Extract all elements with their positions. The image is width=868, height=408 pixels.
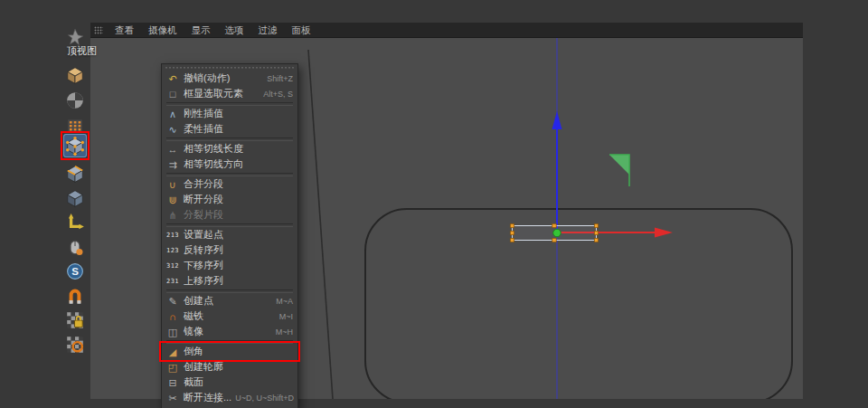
menu-grip-icon[interactable] — [94, 26, 103, 34]
model-mode-button[interactable] — [63, 63, 87, 87]
workplane-grid-button[interactable] — [63, 333, 87, 356]
menu-item-shortcut: M~A — [272, 297, 293, 306]
snap-toggle-button[interactable]: S — [63, 260, 87, 283]
join-segment-icon: ∪ — [165, 178, 180, 191]
menu-item-label: 创建轮廓 — [184, 360, 223, 374]
create-outline-icon: ◰ — [165, 361, 180, 374]
menu-separator — [166, 340, 293, 344]
menu-item-shortcut: U~D, U~Shift+D — [231, 394, 294, 403]
svg-text:S: S — [71, 266, 79, 277]
context-menu-item-create-outline[interactable]: ◰创建轮廓 — [162, 359, 297, 375]
hard-interpolation-icon: ∧ — [165, 108, 180, 120]
points-mode-icon — [65, 136, 85, 156]
make-editable-button[interactable] — [63, 25, 87, 49]
move-down-sequence-icon: 312 — [165, 260, 180, 272]
workplane-grid-icon — [65, 335, 85, 355]
context-menu-item-hard-interpolation[interactable]: ∧刚性插值 — [162, 106, 297, 121]
magnet-tool-button[interactable] — [63, 284, 87, 308]
equal-tangent-length-icon: ↔ — [165, 143, 180, 156]
menu-item-label: 分裂片段 — [184, 208, 223, 222]
context-menu-item-cross-section[interactable]: ⊟截面 — [162, 375, 297, 390]
snap-cursor-button[interactable] — [63, 235, 87, 259]
menu-item-label: 刚性插值 — [184, 107, 223, 120]
soft-interpolation-icon: ∿ — [165, 123, 180, 136]
make-editable-icon — [65, 27, 85, 47]
context-menu-item-move-up-sequence[interactable]: 231上移序列 — [162, 273, 297, 289]
cross-section-icon: ⊟ — [165, 376, 180, 389]
menu-item-shortcut: Alt+S, S — [259, 90, 293, 99]
menu-item-options[interactable]: 选项 — [218, 23, 251, 37]
menu-separator — [166, 223, 293, 227]
menu-item-label: 截面 — [184, 375, 203, 389]
context-menu-item-join-segment[interactable]: ∪合并分段 — [162, 176, 297, 192]
menu-item-label: 创建点 — [184, 294, 213, 308]
context-menu-item-reverse-sequence[interactable]: 123反转序列 — [162, 242, 297, 258]
menu-item-label: 设置起点 — [184, 228, 223, 242]
context-menu-item-break-segment[interactable]: ⋓断开分段 — [162, 192, 297, 207]
menu-item-label: 相等切线长度 — [184, 142, 243, 156]
context-menu: ↶撤销(动作)Shift+Z□框显选取元素Alt+S, S∧刚性插值∿柔性插值↔… — [161, 63, 298, 408]
reverse-sequence-icon: 123 — [165, 244, 180, 257]
context-menu-item-equal-tangent-direction[interactable]: ⇉相等切线方向 — [162, 157, 297, 172]
context-menu-item-create-point[interactable]: ✎创建点M~A — [162, 293, 297, 308]
menu-item-label: 镜像 — [184, 325, 203, 338]
enable-axis-icon — [65, 213, 85, 232]
polygons-mode-button[interactable] — [63, 186, 87, 210]
context-menu-item-mirror[interactable]: ◫镜像M~H — [162, 324, 297, 339]
context-menu-item-bevel[interactable]: ◢倒角 — [162, 344, 297, 359]
undo-icon: ↶ — [165, 72, 180, 85]
menu-separator — [166, 289, 293, 293]
menu-item-filter[interactable]: 过滤 — [251, 23, 285, 37]
menu-item-label: 相等切线方向 — [184, 157, 243, 171]
magnet-tool-icon — [65, 286, 85, 306]
app-window: 查看摄像机显示选项过滤面板 顶视图 S ↶撤销(动作)Shift+Z□框显选取元… — [0, 0, 868, 408]
break-segment-icon: ⋓ — [165, 194, 180, 206]
menu-item-label: 合并分段 — [184, 177, 223, 191]
create-point-icon: ✎ — [165, 295, 180, 308]
equal-tangent-direction-icon: ⇉ — [165, 158, 180, 171]
menu-item-display[interactable]: 显示 — [184, 23, 218, 37]
menu-item-label: 倒角 — [184, 345, 203, 358]
model-mode-icon — [65, 65, 85, 85]
context-menu-item-disconnect[interactable]: ✂断开连接...U~D, U~Shift+D — [162, 390, 297, 405]
context-menu-item-soft-interpolation[interactable]: ∿柔性插值 — [162, 121, 297, 137]
menu-item-shortcut: M~I — [276, 312, 293, 321]
magnet-icon: ∩ — [165, 310, 180, 323]
workplane-lock-button[interactable] — [63, 308, 87, 332]
frame-selection-icon: □ — [165, 88, 180, 100]
workplane-lock-icon — [65, 310, 85, 330]
menu-item-label: 反转序列 — [184, 243, 223, 257]
explode-segments-icon: ⋔ — [165, 209, 180, 222]
points-mode-button[interactable] — [63, 134, 87, 157]
menu-item-shortcut: Shift+Z — [263, 74, 293, 83]
menu-item-label: 撤销(动作) — [184, 71, 230, 85]
disconnect-icon: ✂ — [165, 392, 180, 404]
set-first-point-icon: 213 — [165, 229, 180, 242]
menu-item-cameras[interactable]: 摄像机 — [141, 23, 184, 37]
menu-items: 查看摄像机显示选项过滤面板 — [108, 23, 318, 37]
context-menu-item-equal-tangent-length[interactable]: ↔相等切线长度 — [162, 141, 297, 157]
edges-mode-button[interactable] — [63, 162, 87, 185]
menu-item-panel[interactable]: 面板 — [285, 23, 318, 37]
polygons-mode-icon — [65, 188, 85, 208]
context-menu-item-set-first-point[interactable]: 213设置起点 — [162, 227, 297, 242]
menu-item-label: 框显选取元素 — [184, 87, 243, 100]
edges-mode-icon — [65, 164, 85, 184]
context-menu-item-explode-segments[interactable]: ⋔分裂片段 — [162, 207, 297, 223]
snap-cursor-icon — [65, 237, 85, 257]
context-menu-item-undo-action[interactable]: ↶撤销(动作)Shift+Z — [162, 71, 297, 86]
texture-mode-button[interactable] — [63, 89, 87, 112]
menu-separator — [166, 173, 293, 176]
texture-mode-icon — [65, 90, 85, 110]
mirror-icon: ◫ — [165, 326, 180, 338]
enable-axis-button[interactable] — [63, 211, 87, 234]
menu-item-label: 下移序列 — [184, 259, 223, 272]
context-menu-item-magnet[interactable]: ∩磁铁M~I — [162, 308, 297, 324]
menu-item-view[interactable]: 查看 — [108, 23, 141, 37]
bevel-icon: ◢ — [165, 346, 180, 358]
menu-separator — [166, 102, 293, 106]
context-menu-item-frame-selected-elements[interactable]: □框显选取元素Alt+S, S — [162, 86, 297, 101]
menu-item-label: 上移序列 — [184, 274, 223, 288]
context-menu-item-move-down-sequence[interactable]: 312下移序列 — [162, 258, 297, 273]
menu-item-shortcut: M~H — [272, 327, 293, 337]
